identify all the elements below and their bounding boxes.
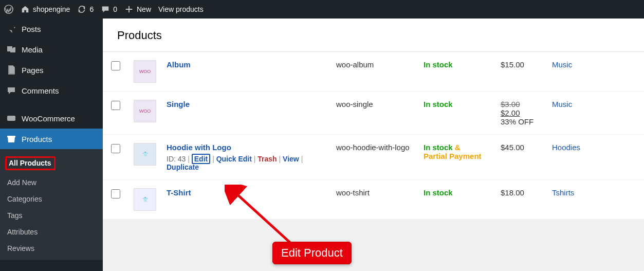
sidebar-item-woocommerce[interactable]: WooCommerce	[0, 108, 103, 129]
menu-separator	[0, 101, 103, 108]
wp-logo[interactable]	[4, 5, 13, 14]
sidebar-item-pages[interactable]: Pages	[0, 60, 103, 80]
sidebar-item-label: Posts	[22, 25, 41, 33]
product-price: $18.00	[495, 180, 547, 220]
category-link[interactable]: Music	[552, 100, 572, 109]
comment-icon	[6, 85, 16, 96]
products-table: WOO Album woo-album In stock $15.00 Musi…	[103, 52, 644, 220]
admin-sidebar: Posts Media Pages Comments WooCommerce P…	[0, 19, 103, 271]
view-link[interactable]: View	[283, 155, 299, 163]
sidebar-item-label: Media	[22, 45, 43, 54]
table-row: WOO Album woo-album In stock $15.00 Musi…	[103, 52, 644, 92]
sidebar-item-label: WooCommerce	[22, 114, 75, 123]
page-title: Products	[103, 19, 644, 52]
annotation-highlight: All Products	[5, 156, 56, 170]
stock-amp: &	[453, 143, 461, 152]
trash-link[interactable]: Trash	[257, 155, 277, 163]
sidebar-item-products[interactable]: Products	[0, 129, 103, 149]
product-name-link[interactable]: Album	[167, 60, 191, 69]
sidebar-item-label: Pages	[22, 66, 44, 75]
products-icon	[6, 134, 16, 144]
stock-status: In stock	[424, 143, 453, 152]
product-sku: woo-tshirt	[331, 180, 418, 220]
category-link[interactable]: Tshirts	[552, 188, 574, 197]
sidebar-item-posts[interactable]: Posts	[0, 19, 103, 39]
sidebar-item-comments[interactable]: Comments	[0, 80, 103, 101]
stock-status: In stock	[424, 188, 453, 197]
row-actions: ID: 43 | Edit | Quick Edit | Trash | Vie…	[167, 155, 326, 171]
category-link[interactable]: Hoodies	[552, 143, 580, 152]
row-checkbox[interactable]	[111, 189, 120, 198]
price-original: $3.00	[501, 100, 520, 109]
product-price: $15.00	[495, 52, 547, 92]
comments-link[interactable]: 0	[101, 5, 117, 14]
updates-count: 6	[89, 5, 94, 13]
stock-cell: In stock & Partial Payment	[418, 135, 495, 180]
row-checkbox[interactable]	[111, 61, 120, 70]
site-link[interactable]: shopengine	[21, 5, 70, 14]
quick-edit-link[interactable]: Quick Edit	[216, 155, 252, 163]
product-name-link[interactable]: T-Shirt	[167, 188, 191, 197]
comments-count: 0	[113, 5, 117, 13]
product-thumbnail[interactable]: 👕	[134, 143, 156, 166]
category-link[interactable]: Music	[552, 60, 572, 69]
product-thumbnail[interactable]: WOO	[134, 100, 156, 122]
row-checkbox[interactable]	[111, 101, 120, 110]
product-sku: woo-album	[331, 52, 418, 92]
svg-rect-1	[7, 116, 15, 121]
submenu-add-new[interactable]: Add New	[0, 174, 103, 191]
comment-icon	[101, 5, 110, 14]
row-checkbox[interactable]	[111, 144, 120, 153]
stock-status: In stock	[424, 100, 453, 109]
product-sku: woo-hoodie-with-logo	[331, 135, 418, 180]
view-products-link[interactable]: View products	[158, 5, 204, 13]
stock-status: In stock	[424, 60, 453, 69]
product-name-link[interactable]: Hoodie with Logo	[167, 143, 231, 152]
partial-payment: Partial Payment	[424, 152, 482, 160]
product-price: $3.00 $2.00 33% OFF	[495, 92, 547, 135]
submenu-tags[interactable]: Tags	[0, 207, 103, 224]
admin-bar: shopengine 6 0 New View products	[0, 0, 644, 19]
price-discount: 33% OFF	[501, 117, 533, 126]
home-icon	[21, 5, 30, 14]
table-row: WOO Single woo-single In stock $3.00 $2.…	[103, 92, 644, 135]
media-icon	[6, 44, 16, 55]
pages-icon	[6, 65, 16, 75]
price-sale: $2.00	[501, 109, 520, 117]
sidebar-item-label: Comments	[22, 86, 59, 95]
submenu-reviews[interactable]: Reviews	[0, 240, 103, 257]
plus-icon	[124, 5, 134, 14]
site-name: shopengine	[33, 5, 70, 13]
refresh-icon	[77, 5, 86, 14]
product-sku: woo-single	[331, 92, 418, 135]
duplicate-link[interactable]: Duplicate	[167, 163, 199, 171]
table-row: 👕 Hoodie with Logo ID: 43 | Edit | Quick…	[103, 135, 644, 180]
submenu-all-products[interactable]: All Products	[0, 152, 103, 174]
product-name-link[interactable]: Single	[167, 100, 190, 109]
new-label: New	[137, 5, 151, 13]
updates-link[interactable]: 6	[77, 5, 94, 14]
edit-link[interactable]: Edit	[192, 154, 210, 164]
products-submenu: All Products Add New Categories Tags Att…	[0, 149, 103, 260]
product-price: $45.00	[495, 135, 547, 180]
sidebar-item-label: Products	[22, 135, 52, 143]
annotation-label: Edit Product	[272, 242, 352, 264]
submenu-categories[interactable]: Categories	[0, 191, 103, 207]
submenu-attributes[interactable]: Attributes	[0, 224, 103, 240]
pin-icon	[6, 24, 16, 34]
wordpress-icon	[4, 5, 13, 14]
svg-rect-2	[7, 136, 15, 137]
table-row: 👕 T-Shirt woo-tshirt In stock $18.00 Tsh…	[103, 180, 644, 220]
sidebar-item-media[interactable]: Media	[0, 39, 103, 60]
new-link[interactable]: New	[124, 5, 151, 14]
content-area: Products WOO Album woo-album In stock $1…	[103, 19, 644, 271]
product-thumbnail[interactable]: 👕	[134, 188, 156, 211]
woocommerce-icon	[6, 113, 16, 123]
product-id: ID: 43	[167, 155, 186, 163]
product-thumbnail[interactable]: WOO	[134, 60, 156, 83]
